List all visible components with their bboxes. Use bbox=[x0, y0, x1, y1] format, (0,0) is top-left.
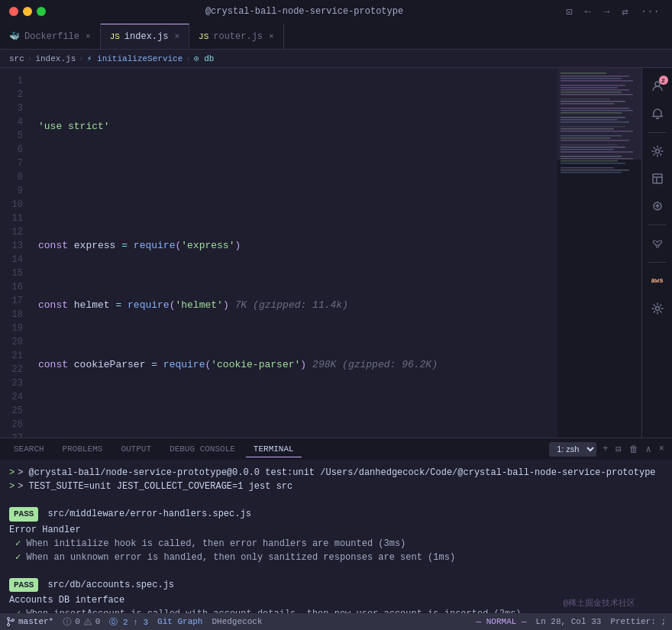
terminal-content[interactable]: > > @crystal-ball/node-service-prototype… bbox=[0, 460, 672, 613]
title-bar-actions: ⊡ ← → ⇄ ··· bbox=[563, 4, 663, 20]
back-icon[interactable]: ← bbox=[582, 4, 594, 20]
svg-rect-5 bbox=[561, 87, 618, 89]
routerjs-icon: JS bbox=[199, 32, 208, 41]
notification-icon[interactable] bbox=[645, 102, 670, 126]
code-line-3: const express = require('express') bbox=[38, 238, 557, 254]
layout-icon[interactable] bbox=[645, 166, 670, 191]
tab-routerjs-close[interactable]: × bbox=[269, 32, 274, 41]
cursor-position: Ln 28, Col 33 bbox=[536, 617, 602, 626]
svg-rect-19 bbox=[561, 128, 614, 130]
warning-icon bbox=[83, 617, 92, 626]
svg-rect-33 bbox=[561, 170, 629, 171]
svg-rect-23 bbox=[561, 140, 629, 141]
tab-indexjs[interactable]: JS index.js × bbox=[101, 24, 189, 49]
svg-rect-8 bbox=[561, 94, 633, 95]
ln-17: 17 bbox=[0, 294, 23, 308]
svg-rect-10 bbox=[561, 101, 625, 102]
tab-debug-console[interactable]: DEBUG CONSOLE bbox=[162, 441, 243, 457]
svg-rect-25 bbox=[561, 147, 625, 148]
terminal-selector[interactable]: 1: zsh bbox=[549, 442, 596, 457]
tab-dockerfile-close[interactable]: × bbox=[86, 32, 91, 41]
minimap bbox=[557, 68, 641, 438]
maximize-dot[interactable] bbox=[37, 7, 46, 16]
code-container[interactable]: 1 2 3 4 5 6 7 8 9 10 11 12 13 14 15 16 1… bbox=[0, 68, 557, 438]
trash-icon[interactable]: 🗑 bbox=[628, 442, 640, 457]
svg-rect-34 bbox=[561, 172, 622, 173]
editor-area: 1 2 3 4 5 6 7 8 9 10 11 12 13 14 15 16 1… bbox=[0, 68, 557, 438]
sidebar-sep-2 bbox=[648, 225, 667, 225]
ln-5: 5 bbox=[0, 129, 23, 143]
svg-rect-1 bbox=[561, 76, 629, 77]
indexjs-icon: JS bbox=[110, 32, 120, 41]
svg-rect-14 bbox=[561, 112, 622, 114]
tab-dockerfile[interactable]: 🐳 Dockerfile × bbox=[0, 24, 101, 49]
ln-21: 21 bbox=[0, 349, 23, 363]
svg-rect-21 bbox=[561, 135, 622, 137]
debug-icon[interactable] bbox=[645, 194, 670, 218]
svg-rect-28 bbox=[561, 156, 622, 157]
ln-10: 10 bbox=[0, 198, 23, 212]
hint-helmet: 7K (gzipped: 11.4k) bbox=[235, 298, 348, 313]
tab-routerjs[interactable]: JS router.js × bbox=[189, 24, 284, 49]
chevron-up-icon[interactable]: ∧ bbox=[645, 442, 653, 457]
tab-terminal[interactable]: TERMINAL bbox=[246, 441, 302, 457]
svg-rect-9 bbox=[561, 99, 610, 100]
git-info: ⓪ 2 ↑ 3 bbox=[109, 616, 148, 628]
split-terminal-icon[interactable]: ⊟ bbox=[614, 442, 622, 457]
svg-rect-16 bbox=[561, 119, 618, 121]
ln-18: 18 bbox=[0, 308, 23, 321]
aws-icon[interactable]: aws bbox=[645, 269, 670, 293]
pass-badge-2: PASS bbox=[9, 578, 38, 593]
breadcrumb-sep1: › bbox=[27, 54, 33, 63]
close-dot[interactable] bbox=[9, 7, 18, 16]
ln-14: 14 bbox=[0, 253, 23, 267]
tab-output[interactable]: OUTPUT bbox=[113, 441, 159, 457]
more-icon[interactable]: ··· bbox=[638, 4, 663, 20]
forward-icon[interactable]: → bbox=[600, 4, 612, 20]
breadcrumb-sep2: › bbox=[79, 54, 84, 63]
svg-rect-37 bbox=[653, 174, 662, 183]
vim-mode: — NORMAL — bbox=[477, 617, 527, 626]
tab-problems[interactable]: PROBLEMS bbox=[55, 441, 111, 457]
panel-tabs: SEARCH PROBLEMS OUTPUT DEBUG CONSOLE TER… bbox=[0, 438, 672, 460]
breadcrumb-func[interactable]: ⚡ initializeService bbox=[87, 53, 183, 63]
sidebar-sep-1 bbox=[648, 132, 667, 133]
svg-rect-6 bbox=[561, 89, 629, 91]
formatter[interactable]: Prettier: ; bbox=[610, 617, 666, 626]
svg-rect-2 bbox=[561, 78, 622, 79]
breadcrumb-src[interactable]: src bbox=[9, 54, 24, 63]
svg-rect-27 bbox=[561, 151, 633, 153]
code-line-4: const helmet = require('helmet')7K (gzip… bbox=[38, 298, 557, 313]
gear-icon[interactable] bbox=[645, 296, 670, 321]
tab-indexjs-close[interactable]: × bbox=[174, 32, 179, 41]
tab-search[interactable]: SEARCH bbox=[6, 441, 52, 457]
add-terminal-icon[interactable]: + bbox=[601, 442, 609, 457]
git-graph[interactable]: Git Graph bbox=[157, 617, 202, 626]
code-str-1: 'use strict' bbox=[38, 119, 110, 134]
git-branch[interactable]: master* bbox=[6, 617, 53, 626]
svg-rect-32 bbox=[561, 167, 614, 169]
minimize-dot[interactable] bbox=[23, 7, 32, 16]
bird-icon[interactable] bbox=[645, 231, 670, 256]
svg-point-40 bbox=[8, 618, 10, 620]
breadcrumb-var[interactable]: ⊙ db bbox=[194, 53, 214, 63]
settings-icon[interactable] bbox=[645, 139, 670, 163]
window-controls[interactable] bbox=[9, 7, 46, 16]
tab-dockerfile-label: Dockerfile bbox=[24, 31, 79, 42]
account-badge: 2 bbox=[659, 76, 668, 85]
account-icon[interactable]: 2 bbox=[645, 74, 670, 99]
terminal-cmd-1: > > @crystal-ball/node-service-prototype… bbox=[9, 466, 663, 480]
code-editor[interactable]: 'use strict' const express = require('ex… bbox=[32, 68, 557, 438]
ln-2: 2 bbox=[0, 88, 23, 102]
svg-rect-12 bbox=[561, 108, 629, 109]
breadcrumb-file[interactable]: index.js bbox=[35, 54, 76, 63]
ln-22: 22 bbox=[0, 363, 23, 376]
minimap-code bbox=[557, 68, 641, 438]
split-editor-icon[interactable]: ⊡ bbox=[563, 4, 575, 20]
status-errors[interactable]: 0 0 bbox=[63, 617, 100, 626]
breadcrumb: src › index.js › ⚡ initializeService › ⊙… bbox=[0, 50, 672, 68]
svg-rect-31 bbox=[561, 163, 625, 164]
close-panel-icon[interactable]: × bbox=[657, 442, 666, 457]
code-line-6 bbox=[38, 417, 557, 432]
nav-arrows-icon[interactable]: ⇄ bbox=[619, 4, 631, 20]
